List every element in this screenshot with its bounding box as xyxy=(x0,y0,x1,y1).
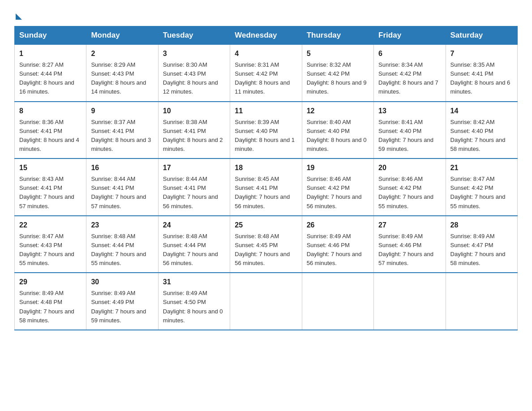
calendar-cell xyxy=(374,273,446,330)
calendar-header-tuesday: Tuesday xyxy=(158,26,230,45)
calendar-cell: 7Sunrise: 8:35 AMSunset: 4:41 PMDaylight… xyxy=(446,45,517,102)
day-number: 4 xyxy=(235,48,297,59)
calendar-cell: 3Sunrise: 8:30 AMSunset: 4:43 PMDaylight… xyxy=(158,45,230,102)
day-info: Sunrise: 8:36 AMSunset: 4:41 PMDaylight:… xyxy=(19,118,82,154)
day-number: 26 xyxy=(307,220,369,231)
day-number: 28 xyxy=(450,220,513,231)
day-info: Sunrise: 8:34 AMSunset: 4:42 PMDaylight:… xyxy=(378,60,441,97)
calendar-cell xyxy=(230,273,302,330)
day-info: Sunrise: 8:37 AMSunset: 4:41 PMDaylight:… xyxy=(91,118,153,154)
calendar-cell: 15Sunrise: 8:43 AMSunset: 4:41 PMDayligh… xyxy=(15,158,86,216)
calendar-header-row: SundayMondayTuesdayWednesdayThursdayFrid… xyxy=(15,26,518,45)
day-number: 16 xyxy=(91,163,153,173)
day-info: Sunrise: 8:32 AMSunset: 4:42 PMDaylight:… xyxy=(307,60,369,97)
day-number: 27 xyxy=(378,220,441,231)
calendar-header-wednesday: Wednesday xyxy=(230,26,302,45)
day-info: Sunrise: 8:30 AMSunset: 4:43 PMDaylight:… xyxy=(163,60,225,97)
day-number: 6 xyxy=(378,48,441,59)
day-info: Sunrise: 8:47 AMSunset: 4:42 PMDaylight:… xyxy=(450,175,513,211)
day-info: Sunrise: 8:46 AMSunset: 4:42 PMDaylight:… xyxy=(378,175,441,211)
day-info: Sunrise: 8:44 AMSunset: 4:41 PMDaylight:… xyxy=(91,175,153,211)
day-info: Sunrise: 8:49 AMSunset: 4:50 PMDaylight:… xyxy=(163,289,225,325)
day-info: Sunrise: 8:40 AMSunset: 4:40 PMDaylight:… xyxy=(307,118,369,154)
day-number: 13 xyxy=(378,106,441,116)
calendar-cell: 21Sunrise: 8:47 AMSunset: 4:42 PMDayligh… xyxy=(446,158,517,216)
day-info: Sunrise: 8:29 AMSunset: 4:43 PMDaylight:… xyxy=(91,60,153,97)
calendar-table: SundayMondayTuesdayWednesdayThursdayFrid… xyxy=(14,26,518,330)
day-number: 17 xyxy=(163,163,225,173)
day-number: 25 xyxy=(235,220,297,231)
calendar-header-thursday: Thursday xyxy=(302,26,373,45)
calendar-cell: 25Sunrise: 8:48 AMSunset: 4:45 PMDayligh… xyxy=(230,216,302,273)
day-number: 7 xyxy=(450,48,513,59)
calendar-week-row: 8Sunrise: 8:36 AMSunset: 4:41 PMDaylight… xyxy=(15,102,518,159)
calendar-cell: 8Sunrise: 8:36 AMSunset: 4:41 PMDaylight… xyxy=(15,102,86,159)
calendar-cell: 19Sunrise: 8:46 AMSunset: 4:42 PMDayligh… xyxy=(302,158,373,216)
calendar-cell: 24Sunrise: 8:48 AMSunset: 4:44 PMDayligh… xyxy=(158,216,230,273)
day-number: 12 xyxy=(307,106,369,116)
day-info: Sunrise: 8:49 AMSunset: 4:46 PMDaylight:… xyxy=(378,232,441,268)
day-info: Sunrise: 8:49 AMSunset: 4:49 PMDaylight:… xyxy=(91,289,153,325)
day-info: Sunrise: 8:44 AMSunset: 4:41 PMDaylight:… xyxy=(163,175,225,211)
day-info: Sunrise: 8:48 AMSunset: 4:44 PMDaylight:… xyxy=(163,232,225,268)
day-info: Sunrise: 8:49 AMSunset: 4:48 PMDaylight:… xyxy=(19,289,82,325)
day-number: 18 xyxy=(235,163,297,173)
calendar-cell xyxy=(446,273,517,330)
day-info: Sunrise: 8:39 AMSunset: 4:40 PMDaylight:… xyxy=(235,118,297,154)
day-number: 3 xyxy=(163,48,225,59)
day-info: Sunrise: 8:31 AMSunset: 4:42 PMDaylight:… xyxy=(235,60,297,97)
calendar-cell: 29Sunrise: 8:49 AMSunset: 4:48 PMDayligh… xyxy=(15,273,86,330)
day-info: Sunrise: 8:45 AMSunset: 4:41 PMDaylight:… xyxy=(235,175,297,211)
day-number: 14 xyxy=(450,106,513,116)
day-number: 8 xyxy=(19,106,82,116)
calendar-cell: 17Sunrise: 8:44 AMSunset: 4:41 PMDayligh… xyxy=(158,158,230,216)
calendar-cell: 16Sunrise: 8:44 AMSunset: 4:41 PMDayligh… xyxy=(86,158,158,216)
logo xyxy=(14,11,22,18)
day-number: 19 xyxy=(307,163,369,173)
day-number: 1 xyxy=(19,48,82,59)
calendar-cell: 13Sunrise: 8:41 AMSunset: 4:40 PMDayligh… xyxy=(374,102,446,159)
calendar-cell: 20Sunrise: 8:46 AMSunset: 4:42 PMDayligh… xyxy=(374,158,446,216)
day-number: 30 xyxy=(91,277,153,287)
calendar-cell: 14Sunrise: 8:42 AMSunset: 4:40 PMDayligh… xyxy=(446,102,517,159)
day-info: Sunrise: 8:49 AMSunset: 4:46 PMDaylight:… xyxy=(307,232,369,268)
day-info: Sunrise: 8:49 AMSunset: 4:47 PMDaylight:… xyxy=(450,232,513,268)
day-info: Sunrise: 8:48 AMSunset: 4:45 PMDaylight:… xyxy=(235,232,297,268)
calendar-cell: 27Sunrise: 8:49 AMSunset: 4:46 PMDayligh… xyxy=(374,216,446,273)
calendar-cell xyxy=(302,273,373,330)
day-number: 31 xyxy=(163,277,225,287)
calendar-header-sunday: Sunday xyxy=(15,26,86,45)
calendar-cell: 6Sunrise: 8:34 AMSunset: 4:42 PMDaylight… xyxy=(374,45,446,102)
calendar-header-saturday: Saturday xyxy=(446,26,517,45)
day-number: 22 xyxy=(19,220,82,231)
calendar-cell: 12Sunrise: 8:40 AMSunset: 4:40 PMDayligh… xyxy=(302,102,373,159)
day-info: Sunrise: 8:27 AMSunset: 4:44 PMDaylight:… xyxy=(19,60,82,97)
logo-arrow-icon xyxy=(16,13,22,20)
calendar-cell: 10Sunrise: 8:38 AMSunset: 4:41 PMDayligh… xyxy=(158,102,230,159)
calendar-cell: 11Sunrise: 8:39 AMSunset: 4:40 PMDayligh… xyxy=(230,102,302,159)
calendar-cell: 30Sunrise: 8:49 AMSunset: 4:49 PMDayligh… xyxy=(86,273,158,330)
logo-top xyxy=(14,11,22,20)
calendar-header-friday: Friday xyxy=(374,26,446,45)
calendar-cell: 1Sunrise: 8:27 AMSunset: 4:44 PMDaylight… xyxy=(15,45,86,102)
calendar-week-row: 29Sunrise: 8:49 AMSunset: 4:48 PMDayligh… xyxy=(15,273,518,330)
day-info: Sunrise: 8:42 AMSunset: 4:40 PMDaylight:… xyxy=(450,118,513,154)
calendar-week-row: 1Sunrise: 8:27 AMSunset: 4:44 PMDaylight… xyxy=(15,45,518,102)
calendar-cell: 28Sunrise: 8:49 AMSunset: 4:47 PMDayligh… xyxy=(446,216,517,273)
day-number: 29 xyxy=(19,277,82,287)
day-number: 20 xyxy=(378,163,441,173)
calendar-header-monday: Monday xyxy=(86,26,158,45)
day-number: 2 xyxy=(91,48,153,59)
day-number: 9 xyxy=(91,106,153,116)
calendar-cell: 22Sunrise: 8:47 AMSunset: 4:43 PMDayligh… xyxy=(15,216,86,273)
day-info: Sunrise: 8:38 AMSunset: 4:41 PMDaylight:… xyxy=(163,118,225,154)
calendar-cell: 31Sunrise: 8:49 AMSunset: 4:50 PMDayligh… xyxy=(158,273,230,330)
calendar-cell: 2Sunrise: 8:29 AMSunset: 4:43 PMDaylight… xyxy=(86,45,158,102)
day-number: 5 xyxy=(307,48,369,59)
calendar-cell: 9Sunrise: 8:37 AMSunset: 4:41 PMDaylight… xyxy=(86,102,158,159)
calendar-cell: 5Sunrise: 8:32 AMSunset: 4:42 PMDaylight… xyxy=(302,45,373,102)
page-header xyxy=(14,11,518,18)
day-info: Sunrise: 8:35 AMSunset: 4:41 PMDaylight:… xyxy=(450,60,513,97)
calendar-cell: 26Sunrise: 8:49 AMSunset: 4:46 PMDayligh… xyxy=(302,216,373,273)
day-number: 21 xyxy=(450,163,513,173)
